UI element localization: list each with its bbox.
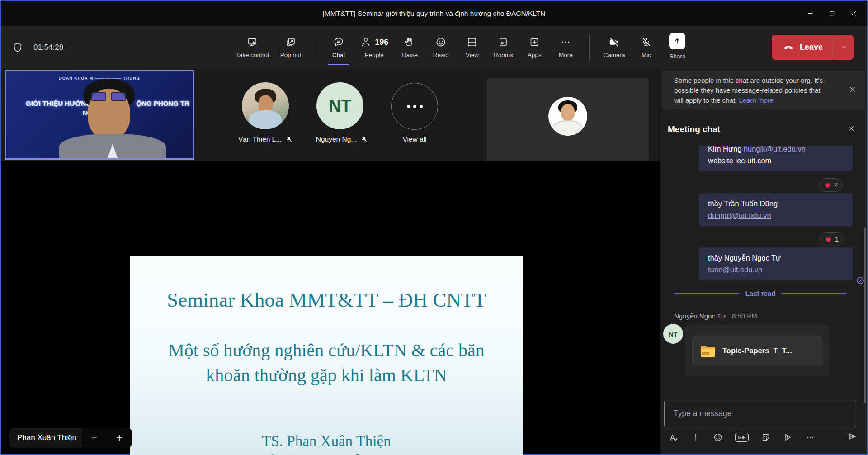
video-headline-right: ỘNG PHONG TR [136, 100, 189, 107]
close-icon [847, 124, 855, 133]
participant-name: Nguyễn Ng... [316, 135, 357, 143]
chat-label: Chat [332, 52, 345, 58]
people-icon [360, 36, 372, 48]
meeting-title: [MMT&TT] Seminar giới thiệu quy trình và… [322, 9, 545, 18]
mic-label: Mic [642, 52, 651, 58]
participant-name-row: Văn Thiên L... [226, 135, 305, 143]
hang-up-icon [783, 42, 794, 53]
more-button[interactable]: More [552, 33, 579, 61]
take-control-icon [246, 36, 258, 48]
reaction-pill[interactable]: 2 [819, 178, 843, 192]
participant-photo-avatar [548, 97, 587, 136]
react-icon [435, 36, 447, 48]
mic-button[interactable]: Mic [632, 33, 660, 61]
pop-out-button[interactable]: Pop out [277, 33, 305, 61]
composer-toolbar: GIF [669, 431, 857, 443]
share-button[interactable]: Share [664, 33, 691, 62]
priority-icon[interactable] [691, 432, 701, 442]
zoom-out-button[interactable]: − [81, 428, 107, 448]
chat-message-input[interactable] [664, 400, 856, 427]
view-all-label[interactable]: View all [391, 135, 438, 143]
chat-message: Kim Hưng hungik@uit.edu.vn website iec-u… [699, 146, 853, 171]
rooms-label: Rooms [494, 52, 513, 58]
learn-more-link[interactable]: Learn more [739, 96, 774, 104]
chat-close-button[interactable] [847, 124, 855, 134]
file-attachment[interactable]: Topic-Papers_T_T... [692, 336, 822, 365]
reaction-pill[interactable]: 1 [820, 232, 844, 246]
people-button[interactable]: 196 People [356, 33, 392, 61]
take-control-button[interactable]: Take control [232, 33, 273, 61]
zoom-controls: − + [81, 428, 132, 448]
message-text: thầy Nguyễn Ngọc Tự [708, 254, 781, 262]
slide-email: thienpx@uit.edu.vn [130, 452, 523, 455]
chat-message: thầy Trần Tuấn Dũng dungtrt@uit.edu.vn [699, 193, 853, 226]
toolbar-buttons: Take control Pop out Chat 196 [232, 26, 691, 69]
presenter-video-tile[interactable]: ĐOÀN KHOA M ──────── THÔNG GIỚI THIỆU HƯ… [5, 70, 194, 160]
pop-out-icon [285, 36, 297, 48]
react-button[interactable]: React [427, 33, 454, 61]
sticker-icon[interactable] [761, 432, 771, 442]
chat-message: thầy Nguyễn Ngọc Tự tunn@uit.edu.vn [699, 247, 853, 280]
chevron-down-icon [840, 43, 848, 51]
share-label: Share [669, 53, 685, 60]
chat-button[interactable]: Chat [325, 33, 352, 61]
file-name: Topic-Papers_T_T... [722, 346, 792, 355]
meeting-info: 01:54:28 [12, 26, 63, 69]
apps-icon [528, 36, 540, 48]
participant-avatar-nt[interactable]: NT [316, 82, 363, 129]
file-message-card: Topic-Papers_T_T... [685, 325, 830, 376]
video-clip-icon[interactable] [783, 432, 793, 442]
glasses [91, 92, 106, 101]
zoom-in-button[interactable]: + [107, 428, 132, 448]
shield-icon [12, 42, 24, 53]
participant-video-tile[interactable] [487, 78, 649, 161]
sender-name: Nguyễn Ngọc Tự [674, 312, 726, 320]
emoji-icon[interactable] [713, 432, 723, 442]
camera-button[interactable]: Camera [599, 33, 628, 61]
close-button[interactable] [843, 1, 864, 26]
view-label: View [466, 52, 479, 58]
muted-mic-icon [360, 136, 368, 143]
email-link[interactable]: dungtrt@uit.edu.vn [708, 211, 771, 219]
participant-avatar-van-thien[interactable] [242, 82, 289, 129]
chat-scrollbar[interactable] [864, 227, 866, 403]
view-button[interactable]: View [458, 33, 486, 61]
react-label: React [433, 52, 449, 58]
participant-name: Văn Thiên L... [238, 135, 282, 143]
close-icon [850, 9, 858, 17]
leave-button[interactable]: Leave [772, 35, 834, 60]
more-options-icon[interactable] [805, 432, 815, 442]
heart-icon [824, 181, 831, 189]
email-link[interactable]: hungik@uit.edu.vn [744, 146, 806, 153]
leave-button-group: Leave [772, 35, 854, 60]
rooms-button[interactable]: Rooms [490, 33, 517, 61]
slide-subtitle: Một số hướng nghiên cứu/KLTN & các băn k… [130, 338, 523, 388]
format-icon[interactable] [669, 432, 679, 442]
read-receipt-icon [856, 276, 865, 287]
gif-icon[interactable]: GIF [735, 433, 749, 442]
message-text: thầy Trần Tuấn Dũng [708, 199, 778, 208]
slide-presenter: TS. Phan Xuân Thiện [130, 433, 523, 450]
reaction-count: 2 [834, 181, 838, 189]
view-icon [466, 36, 478, 48]
muted-mic-icon [285, 136, 293, 143]
ellipsis-icon [407, 105, 423, 108]
banner-close-button[interactable] [849, 85, 857, 95]
meeting-chat-panel: Some people in this chat are outside you… [660, 69, 867, 454]
take-control-label: Take control [236, 52, 269, 58]
send-button[interactable] [847, 431, 857, 443]
chat-panel-title: Meeting chat [668, 124, 720, 134]
title-bar: [MMT&TT] Seminar giới thiệu quy trình và… [1, 1, 867, 26]
mic-off-icon [640, 36, 652, 48]
maximize-button[interactable] [821, 1, 843, 26]
email-link[interactable]: tunn@uit.edu.vn [708, 265, 762, 274]
leave-options-button[interactable] [834, 35, 854, 60]
apps-button[interactable]: Apps [521, 33, 548, 61]
slide-subtitle-line1: Một số hướng nghiên cứu/KLTN & các băn [130, 338, 523, 363]
view-all-button[interactable] [391, 83, 438, 130]
raise-hand-button[interactable]: Raise [396, 33, 423, 61]
message-text: website iec-uit.com [708, 156, 771, 165]
camera-label: Camera [603, 52, 625, 58]
minimize-button[interactable] [799, 1, 821, 26]
minimize-icon [807, 9, 814, 17]
